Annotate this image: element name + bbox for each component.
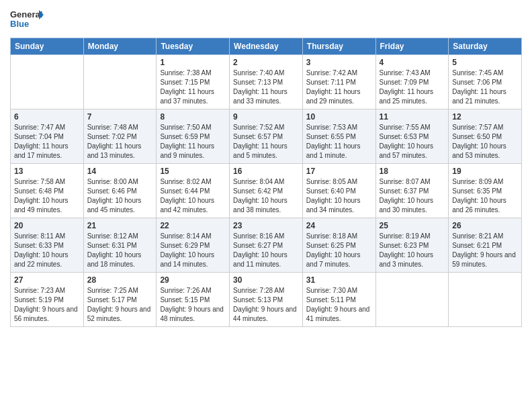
calendar-header-monday: Monday xyxy=(83,38,157,55)
calendar-header-friday: Friday xyxy=(375,38,449,55)
day-number: 24 xyxy=(306,221,372,230)
day-info: Sunrise: 7:48 AM Sunset: 7:02 PM Dayligh… xyxy=(87,123,153,161)
calendar-cell: 24Sunrise: 8:18 AM Sunset: 6:25 PM Dayli… xyxy=(302,218,375,273)
day-number: 9 xyxy=(233,112,299,122)
day-info: Sunrise: 8:00 AM Sunset: 6:46 PM Dayligh… xyxy=(87,177,153,215)
day-info: Sunrise: 7:45 AM Sunset: 7:06 PM Dayligh… xyxy=(452,68,518,106)
calendar-cell: 13Sunrise: 7:58 AM Sunset: 6:48 PM Dayli… xyxy=(11,164,84,218)
header: General Blue xyxy=(10,7,522,32)
day-info: Sunrise: 7:40 AM Sunset: 7:13 PM Dayligh… xyxy=(233,68,299,106)
day-number: 22 xyxy=(160,221,226,230)
day-info: Sunrise: 8:19 AM Sunset: 6:23 PM Dayligh… xyxy=(380,232,445,269)
svg-text:Blue: Blue xyxy=(10,19,29,29)
calendar-header-wednesday: Wednesday xyxy=(230,38,303,55)
day-info: Sunrise: 7:28 AM Sunset: 5:13 PM Dayligh… xyxy=(233,286,299,324)
day-info: Sunrise: 7:43 AM Sunset: 7:09 PM Dayligh… xyxy=(380,68,445,106)
calendar-cell: 19Sunrise: 8:09 AM Sunset: 6:35 PM Dayli… xyxy=(449,164,522,218)
day-number: 29 xyxy=(160,275,226,285)
day-info: Sunrise: 8:12 AM Sunset: 6:31 PM Dayligh… xyxy=(87,232,153,269)
day-number: 5 xyxy=(452,58,518,67)
day-info: Sunrise: 7:42 AM Sunset: 7:11 PM Dayligh… xyxy=(306,68,372,106)
day-number: 3 xyxy=(306,58,372,67)
day-number: 30 xyxy=(233,275,299,285)
day-number: 20 xyxy=(14,221,80,230)
calendar-cell xyxy=(11,55,84,109)
day-info: Sunrise: 7:47 AM Sunset: 7:04 PM Dayligh… xyxy=(14,123,80,161)
day-info: Sunrise: 8:09 AM Sunset: 6:35 PM Dayligh… xyxy=(452,177,518,215)
day-info: Sunrise: 7:57 AM Sunset: 6:50 PM Dayligh… xyxy=(452,123,518,161)
day-number: 6 xyxy=(14,112,80,122)
calendar-cell: 1Sunrise: 7:38 AM Sunset: 7:15 PM Daylig… xyxy=(157,55,230,109)
calendar-cell: 18Sunrise: 8:07 AM Sunset: 6:37 PM Dayli… xyxy=(375,164,449,218)
calendar-week-row: 13Sunrise: 7:58 AM Sunset: 6:48 PM Dayli… xyxy=(11,164,522,218)
calendar-cell: 10Sunrise: 7:53 AM Sunset: 6:55 PM Dayli… xyxy=(302,109,375,164)
calendar-cell: 20Sunrise: 8:11 AM Sunset: 6:33 PM Dayli… xyxy=(11,218,84,273)
calendar-header-thursday: Thursday xyxy=(302,38,375,55)
day-info: Sunrise: 8:18 AM Sunset: 6:25 PM Dayligh… xyxy=(306,232,372,269)
day-number: 11 xyxy=(380,112,445,122)
calendar-cell: 9Sunrise: 7:52 AM Sunset: 6:57 PM Daylig… xyxy=(230,109,303,164)
day-info: Sunrise: 8:07 AM Sunset: 6:37 PM Dayligh… xyxy=(380,177,445,215)
calendar-cell: 8Sunrise: 7:50 AM Sunset: 6:59 PM Daylig… xyxy=(157,109,230,164)
day-info: Sunrise: 8:05 AM Sunset: 6:40 PM Dayligh… xyxy=(306,177,372,215)
day-info: Sunrise: 7:58 AM Sunset: 6:48 PM Dayligh… xyxy=(14,177,80,215)
svg-text:General: General xyxy=(10,9,42,19)
calendar-cell: 11Sunrise: 7:55 AM Sunset: 6:53 PM Dayli… xyxy=(375,109,449,164)
calendar-table: SundayMondayTuesdayWednesdayThursdayFrid… xyxy=(10,38,522,327)
day-info: Sunrise: 7:25 AM Sunset: 5:17 PM Dayligh… xyxy=(87,286,153,324)
calendar-cell: 3Sunrise: 7:42 AM Sunset: 7:11 PM Daylig… xyxy=(302,55,375,109)
day-number: 1 xyxy=(160,58,226,67)
calendar-week-row: 1Sunrise: 7:38 AM Sunset: 7:15 PM Daylig… xyxy=(11,55,522,109)
calendar-cell: 25Sunrise: 8:19 AM Sunset: 6:23 PM Dayli… xyxy=(375,218,449,273)
logo-svg: General Blue xyxy=(10,7,44,32)
day-number: 10 xyxy=(306,112,372,122)
calendar-cell: 21Sunrise: 8:12 AM Sunset: 6:31 PM Dayli… xyxy=(83,218,157,273)
day-info: Sunrise: 8:02 AM Sunset: 6:44 PM Dayligh… xyxy=(160,177,226,215)
calendar-cell: 6Sunrise: 7:47 AM Sunset: 7:04 PM Daylig… xyxy=(11,109,84,164)
calendar-cell: 31Sunrise: 7:30 AM Sunset: 5:11 PM Dayli… xyxy=(302,273,375,327)
day-number: 28 xyxy=(87,275,153,285)
calendar-cell: 17Sunrise: 8:05 AM Sunset: 6:40 PM Dayli… xyxy=(302,164,375,218)
calendar-week-row: 27Sunrise: 7:23 AM Sunset: 5:19 PM Dayli… xyxy=(11,273,522,327)
calendar-cell: 22Sunrise: 8:14 AM Sunset: 6:29 PM Dayli… xyxy=(157,218,230,273)
calendar-week-row: 20Sunrise: 8:11 AM Sunset: 6:33 PM Dayli… xyxy=(11,218,522,273)
calendar-cell: 29Sunrise: 7:26 AM Sunset: 5:15 PM Dayli… xyxy=(157,273,230,327)
day-info: Sunrise: 7:23 AM Sunset: 5:19 PM Dayligh… xyxy=(14,286,80,324)
calendar-cell: 16Sunrise: 8:04 AM Sunset: 6:42 PM Dayli… xyxy=(230,164,303,218)
day-info: Sunrise: 7:52 AM Sunset: 6:57 PM Dayligh… xyxy=(233,123,299,161)
day-info: Sunrise: 7:53 AM Sunset: 6:55 PM Dayligh… xyxy=(306,123,372,161)
calendar-cell xyxy=(375,273,449,327)
calendar-header-row: SundayMondayTuesdayWednesdayThursdayFrid… xyxy=(11,38,522,55)
calendar-cell: 5Sunrise: 7:45 AM Sunset: 7:06 PM Daylig… xyxy=(449,55,522,109)
day-number: 14 xyxy=(87,167,153,176)
calendar-cell: 15Sunrise: 8:02 AM Sunset: 6:44 PM Dayli… xyxy=(157,164,230,218)
day-number: 31 xyxy=(306,275,372,285)
logo: General Blue xyxy=(10,7,44,32)
page: General Blue SundayMondayTuesdayWednesda… xyxy=(0,0,532,411)
calendar-cell: 14Sunrise: 8:00 AM Sunset: 6:46 PM Dayli… xyxy=(83,164,157,218)
day-number: 27 xyxy=(14,275,80,285)
calendar-week-row: 6Sunrise: 7:47 AM Sunset: 7:04 PM Daylig… xyxy=(11,109,522,164)
day-info: Sunrise: 8:04 AM Sunset: 6:42 PM Dayligh… xyxy=(233,177,299,215)
day-info: Sunrise: 7:26 AM Sunset: 5:15 PM Dayligh… xyxy=(160,286,226,324)
calendar-header-tuesday: Tuesday xyxy=(157,38,230,55)
day-number: 25 xyxy=(380,221,445,230)
calendar-cell: 12Sunrise: 7:57 AM Sunset: 6:50 PM Dayli… xyxy=(449,109,522,164)
day-number: 16 xyxy=(233,167,299,176)
day-info: Sunrise: 8:21 AM Sunset: 6:21 PM Dayligh… xyxy=(452,232,518,269)
day-number: 15 xyxy=(160,167,226,176)
calendar-cell: 7Sunrise: 7:48 AM Sunset: 7:02 PM Daylig… xyxy=(83,109,157,164)
day-number: 19 xyxy=(452,167,518,176)
day-number: 17 xyxy=(306,167,372,176)
calendar-header-saturday: Saturday xyxy=(449,38,522,55)
day-number: 26 xyxy=(452,221,518,230)
day-number: 18 xyxy=(380,167,445,176)
day-info: Sunrise: 7:55 AM Sunset: 6:53 PM Dayligh… xyxy=(380,123,445,161)
calendar-header-sunday: Sunday xyxy=(11,38,84,55)
day-info: Sunrise: 8:16 AM Sunset: 6:27 PM Dayligh… xyxy=(233,232,299,269)
day-info: Sunrise: 8:14 AM Sunset: 6:29 PM Dayligh… xyxy=(160,232,226,269)
day-number: 7 xyxy=(87,112,153,122)
day-number: 12 xyxy=(452,112,518,122)
day-number: 2 xyxy=(233,58,299,67)
calendar-cell: 27Sunrise: 7:23 AM Sunset: 5:19 PM Dayli… xyxy=(11,273,84,327)
